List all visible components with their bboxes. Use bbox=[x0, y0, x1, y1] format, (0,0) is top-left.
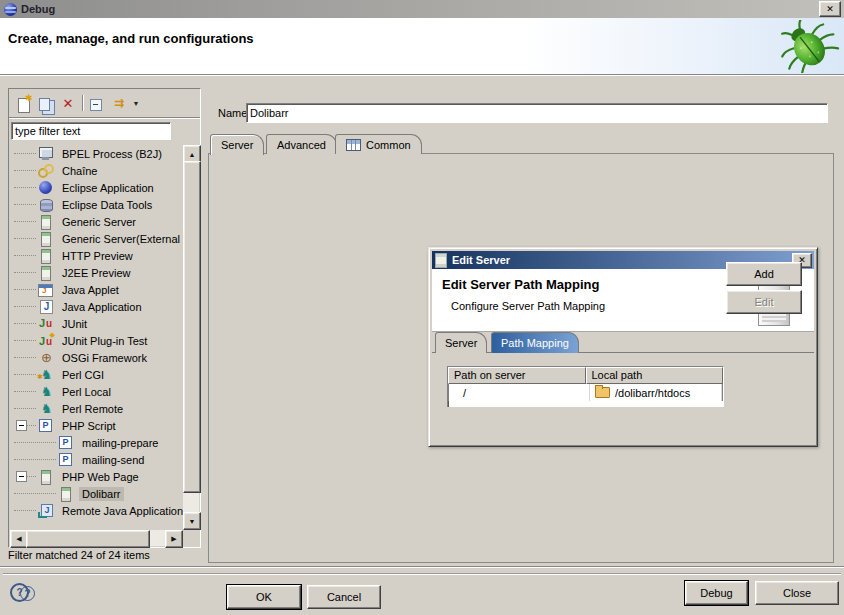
osgi-icon: ⊕ bbox=[38, 351, 55, 365]
tree-item-junit-plugin-test[interactable]: ◆JUnit Plug-in Test bbox=[10, 332, 183, 349]
name-field-wrap bbox=[246, 103, 828, 123]
banner-title: Create, manage, and run configurations bbox=[8, 31, 254, 46]
tree-vertical-scrollbar[interactable]: ▲ ▼ bbox=[183, 145, 199, 530]
tree-item-perl-remote[interactable]: ♞Perl Remote bbox=[10, 400, 183, 417]
tree-item-perl-local[interactable]: ♞Perl Local bbox=[10, 383, 183, 400]
table-header-row: Path on server Local path bbox=[448, 367, 723, 384]
path-mapping-table: Path on server Local path / /dolibarr/ht… bbox=[447, 366, 724, 407]
scroll-right-button[interactable]: ▶ bbox=[165, 530, 183, 548]
java-icon bbox=[38, 300, 55, 314]
delete-configuration-button[interactable]: ✕ bbox=[57, 93, 79, 113]
server-icon bbox=[38, 232, 55, 246]
dialog-heading: Edit Server Path Mapping bbox=[442, 277, 599, 292]
window-title: Debug bbox=[21, 3, 55, 15]
expander-minus-icon[interactable] bbox=[16, 471, 27, 482]
tree-item-bpel-process[interactable]: BPEL Process (B2J) bbox=[10, 145, 183, 162]
tree-item-remote-java-application[interactable]: Remote Java Application bbox=[10, 502, 183, 519]
perl-cgi-icon: ♞✱ bbox=[38, 368, 55, 382]
toolbar-separator bbox=[82, 95, 83, 111]
junit-icon bbox=[38, 317, 55, 331]
scroll-down-button[interactable]: ▼ bbox=[183, 512, 201, 530]
server-icon bbox=[38, 470, 55, 484]
database-icon bbox=[38, 198, 55, 212]
delete-icon: ✕ bbox=[63, 96, 74, 111]
tree-item-eclipse-data-tools[interactable]: Eclipse Data Tools bbox=[10, 196, 183, 213]
type-filter-input[interactable] bbox=[12, 123, 170, 139]
server-icon bbox=[38, 249, 55, 263]
tree-item-perl-cgi[interactable]: ♞✱Perl CGI bbox=[10, 366, 183, 383]
configurations-tree: BPEL Process (B2J) Chaîne Eclipse Applic… bbox=[10, 145, 183, 530]
expander-minus-icon[interactable] bbox=[16, 420, 27, 431]
new-config-icon bbox=[15, 96, 32, 110]
tree-item-php-web-page[interactable]: PHP Web Page bbox=[10, 468, 183, 485]
new-configuration-button[interactable] bbox=[13, 93, 35, 113]
tree-item-php-script[interactable]: PHP Script bbox=[10, 417, 183, 434]
tree-item-java-applet[interactable]: Java Applet bbox=[10, 281, 183, 298]
tree-item-java-application[interactable]: Java Application bbox=[10, 298, 183, 315]
perl-icon: ♞ bbox=[38, 402, 55, 416]
tree-item-mailing-prepare[interactable]: mailing-prepare bbox=[10, 434, 183, 451]
tab-advanced[interactable]: Advanced bbox=[266, 134, 337, 154]
remote-java-icon bbox=[38, 504, 55, 518]
tree-item-j2ee-preview[interactable]: J2EE Preview bbox=[10, 264, 183, 281]
scroll-down-icon: ▼ bbox=[189, 518, 196, 525]
configurations-sidebar: ✕ ⇉ ▼ BPEL Process (B2J) Chaîne Eclipse … bbox=[8, 88, 201, 548]
scroll-right-icon: ▶ bbox=[171, 535, 176, 543]
junit-plugin-icon: ◆ bbox=[38, 334, 55, 348]
tree-item-generic-server[interactable]: Generic Server bbox=[10, 213, 183, 230]
edit-mapping-button[interactable]: Edit bbox=[726, 290, 802, 314]
dialog-header-banner: Create, manage, and run configurations bbox=[0, 18, 844, 74]
scroll-up-icon: ▲ bbox=[189, 151, 196, 158]
dialog-tab-server[interactable]: Server bbox=[435, 332, 487, 353]
java-applet-icon bbox=[38, 283, 55, 297]
tree-item-osgi-framework[interactable]: ⊕OSGi Framework bbox=[10, 349, 183, 366]
filter-icon: ⇉ bbox=[114, 96, 124, 110]
perl-icon: ♞ bbox=[38, 385, 55, 399]
php-icon bbox=[58, 436, 75, 450]
dialog-button-bar: ? OK Cancel bbox=[3, 573, 841, 612]
tree-horizontal-scrollbar[interactable]: ◀ ▶ bbox=[10, 530, 183, 546]
dialog-help-button[interactable]: ? bbox=[20, 586, 35, 601]
menu-dropdown-icon: ▼ bbox=[133, 100, 140, 107]
tree-item-mailing-send[interactable]: mailing-send bbox=[10, 451, 183, 468]
vertical-scroll-thumb[interactable] bbox=[183, 161, 201, 493]
php-icon bbox=[58, 453, 75, 467]
sidebar-toolbar: ✕ ⇉ ▼ bbox=[9, 89, 200, 118]
window-close-button[interactable]: ✕ bbox=[819, 1, 841, 17]
tab-server[interactable]: Server bbox=[210, 134, 264, 155]
column-local-path[interactable]: Local path bbox=[586, 367, 724, 384]
add-mapping-button[interactable]: Add bbox=[726, 262, 802, 286]
tree-item-dolibarr[interactable]: Dolibarr bbox=[10, 485, 183, 502]
dialog-subheading: Configure Server Path Mapping bbox=[451, 300, 605, 312]
cancel-button[interactable]: Cancel bbox=[307, 585, 381, 609]
scroll-left-icon: ◀ bbox=[16, 535, 21, 543]
toolbar-menu-button[interactable]: ▼ bbox=[130, 93, 142, 113]
name-input[interactable] bbox=[247, 104, 827, 122]
filter-input-wrap bbox=[11, 122, 171, 140]
gear-icon: ✱ bbox=[37, 370, 43, 384]
tree-item-eclipse-application[interactable]: Eclipse Application bbox=[10, 179, 183, 196]
ok-button[interactable]: OK bbox=[227, 585, 301, 609]
duplicate-configuration-button[interactable] bbox=[35, 93, 57, 113]
tree-item-junit[interactable]: JUnit bbox=[10, 315, 183, 332]
path-mapping-panel: Path on server Local path / /dolibarr/ht… bbox=[432, 352, 814, 407]
collapse-all-button[interactable] bbox=[86, 93, 108, 113]
eclipse-logo-icon bbox=[4, 3, 17, 16]
process-icon bbox=[38, 147, 55, 161]
tree-item-chaine[interactable]: Chaîne bbox=[10, 162, 183, 179]
filter-launch-configurations-button[interactable]: ⇉ bbox=[108, 93, 130, 113]
tree-item-http-preview[interactable]: HTTP Preview bbox=[10, 247, 183, 264]
window-titlebar[interactable]: Debug ✕ bbox=[0, 0, 844, 18]
edit-server-dialog: Edit Server ✕ Edit Server Path Mapping C… bbox=[428, 247, 818, 447]
php-icon bbox=[38, 419, 55, 433]
collapse-all-icon bbox=[88, 96, 105, 110]
filter-status-text: Filter matched 24 of 24 items bbox=[8, 549, 150, 561]
table-icon bbox=[346, 139, 361, 151]
dialog-tab-path-mapping[interactable]: Path Mapping bbox=[491, 332, 579, 353]
server-icon bbox=[58, 487, 75, 501]
table-row[interactable]: / /dolibarr/htdocs bbox=[448, 384, 723, 401]
column-path-on-server[interactable]: Path on server bbox=[448, 367, 586, 384]
tab-common[interactable]: Common bbox=[335, 134, 422, 154]
horizontal-scroll-thumb[interactable] bbox=[26, 530, 150, 548]
tree-item-generic-server-external[interactable]: Generic Server(External La bbox=[10, 230, 183, 247]
